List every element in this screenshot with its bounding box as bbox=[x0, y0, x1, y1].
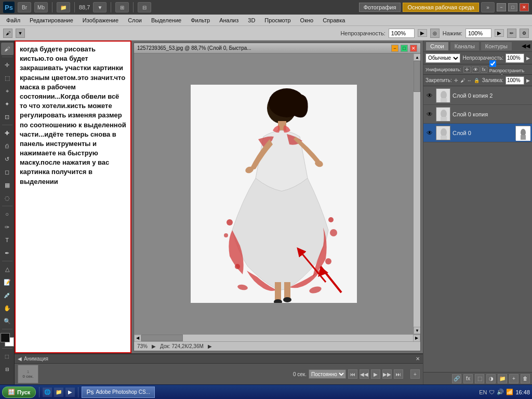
menu-view[interactable]: Просмотр bbox=[260, 16, 295, 24]
tool-eraser[interactable]: ◻ bbox=[1, 166, 14, 178]
tool-gradient[interactable]: ▦ bbox=[1, 179, 14, 191]
link-layers-btn[interactable]: 🔗 bbox=[452, 374, 461, 383]
tool-eyedropper[interactable]: 💉 bbox=[1, 289, 14, 301]
fill-arrow[interactable]: ▶ bbox=[526, 78, 530, 83]
blend-mode-select[interactable]: Обычные bbox=[425, 54, 460, 63]
minibr-icon[interactable]: Mb bbox=[34, 2, 48, 12]
extra-icon[interactable]: ⊟ bbox=[138, 2, 151, 12]
layer-item-0[interactable]: 👁 Слой 0 bbox=[423, 124, 532, 142]
pressure-arrow[interactable]: ▶ bbox=[495, 29, 504, 37]
tool-path[interactable]: ✑ bbox=[1, 221, 14, 233]
anim-last-btn[interactable]: ⏭ bbox=[394, 369, 403, 379]
tool-shape[interactable]: △ bbox=[1, 263, 14, 275]
volume-icon[interactable]: 🔊 bbox=[497, 389, 504, 395]
brush-preset-icon[interactable]: ▼ bbox=[16, 29, 25, 38]
menu-analysis[interactable]: Анализ bbox=[215, 16, 243, 24]
workspace-main-btn[interactable]: Основная рабочая среда bbox=[403, 3, 479, 12]
pressure-input[interactable] bbox=[466, 29, 491, 38]
layer-eye-copy2[interactable]: 👁 bbox=[425, 91, 434, 100]
menu-layers[interactable]: Слои bbox=[124, 16, 146, 24]
unify-position[interactable]: ✛ bbox=[463, 66, 471, 73]
scroll-thumb-h[interactable] bbox=[141, 335, 183, 341]
taskbar-media-icon[interactable]: ▶ bbox=[65, 388, 75, 397]
doc-close-btn[interactable]: ✕ bbox=[410, 45, 417, 52]
extra-opt-icon[interactable]: ⚙ bbox=[520, 29, 529, 38]
add-group-btn[interactable]: 📁 bbox=[498, 374, 507, 383]
minimize-btn[interactable]: − bbox=[497, 3, 506, 11]
layer-eye-copy1[interactable]: 👁 bbox=[425, 110, 434, 118]
tool-quickmask[interactable]: ⬚ bbox=[1, 350, 14, 363]
tool-stamp[interactable]: ⎙ bbox=[1, 140, 14, 152]
unify-vis[interactable]: 👁 bbox=[472, 66, 480, 73]
doc-restore-btn[interactable]: □ bbox=[401, 45, 408, 52]
close-btn[interactable]: ✕ bbox=[520, 3, 529, 11]
doc-minimize-btn[interactable]: − bbox=[391, 45, 398, 52]
add-adjustment-btn[interactable]: ◑ bbox=[486, 374, 496, 383]
opacity-arrow[interactable]: ▶ bbox=[418, 29, 427, 37]
anim-next-btn[interactable]: ▶▶ bbox=[382, 369, 392, 379]
lock-paint-btn[interactable]: 🖌 bbox=[460, 78, 465, 83]
layer-mask-0[interactable] bbox=[515, 126, 530, 140]
tool-zoom[interactable]: 🔍 bbox=[1, 315, 14, 327]
tool-pen[interactable]: ✒ bbox=[1, 247, 14, 259]
layer-item-copy2[interactable]: 👁 Слой 0 копия 2 bbox=[423, 86, 532, 105]
anim-prev-btn[interactable]: ◀◀ bbox=[360, 369, 369, 379]
tab-paths[interactable]: Контуры bbox=[481, 42, 512, 51]
fill-input[interactable] bbox=[506, 76, 524, 85]
lock-move-btn[interactable]: ↔ bbox=[467, 78, 472, 83]
anim-close[interactable]: ✕ bbox=[416, 356, 420, 362]
restore-btn[interactable]: □ bbox=[508, 3, 517, 11]
zoom-dropdown[interactable]: ▼ bbox=[93, 2, 107, 12]
arrange-icon[interactable]: ⊞ bbox=[115, 2, 129, 12]
opacity-input[interactable] bbox=[389, 29, 415, 38]
tab-layers[interactable]: Слои bbox=[425, 42, 449, 51]
tool-crop[interactable]: ⊡ bbox=[1, 111, 14, 123]
scroll-thumb[interactable] bbox=[414, 61, 420, 92]
layer-item-copy1[interactable]: 👁 Слой 0 копия bbox=[423, 105, 532, 124]
tool-move[interactable]: ✛ bbox=[1, 59, 14, 71]
menu-help[interactable]: Справка bbox=[318, 16, 349, 24]
doc-canvas[interactable] bbox=[134, 54, 413, 334]
unify-style[interactable]: fx bbox=[481, 66, 487, 73]
opacity-arrow[interactable]: ▶ bbox=[526, 56, 530, 61]
anim-first-btn[interactable]: ⏮ bbox=[348, 369, 357, 379]
brush-tool-icon[interactable]: 🖌 bbox=[3, 29, 12, 38]
file-browser-icon[interactable]: 📁 bbox=[57, 2, 70, 12]
doc-status-arrow[interactable]: ▶ bbox=[208, 343, 212, 349]
panel-collapse[interactable]: ◀◀ bbox=[522, 43, 530, 49]
start-button[interactable]: 🪟 Пуск bbox=[2, 387, 36, 398]
anim-add-btn[interactable]: + bbox=[410, 369, 420, 379]
add-mask-btn[interactable]: ⬚ bbox=[475, 374, 484, 383]
tool-dodge[interactable]: ○ bbox=[1, 208, 14, 220]
tool-history[interactable]: ↺ bbox=[1, 153, 14, 165]
tool-lasso[interactable]: ⌖ bbox=[1, 85, 14, 97]
tool-wand[interactable]: ✦ bbox=[1, 98, 14, 110]
foreground-color[interactable] bbox=[1, 333, 10, 342]
delete-layer-btn[interactable]: 🗑 bbox=[521, 374, 530, 383]
menu-image[interactable]: Изображение bbox=[78, 16, 123, 24]
workspace-photo-btn[interactable]: Фотография bbox=[359, 3, 401, 12]
tool-text[interactable]: T bbox=[1, 234, 14, 246]
lock-pos-btn[interactable]: ✛ bbox=[454, 78, 458, 83]
tool-blur[interactable]: ◌ bbox=[1, 192, 14, 204]
menu-file[interactable]: Файл bbox=[2, 16, 24, 24]
stylus-icon[interactable]: ✏ bbox=[507, 29, 516, 38]
tool-hand[interactable]: ✋ bbox=[1, 302, 14, 314]
workspace-more[interactable]: » bbox=[481, 2, 495, 12]
anim-frame-1[interactable]: 1 0 сек. bbox=[18, 365, 38, 383]
add-style-btn[interactable]: fx bbox=[463, 374, 473, 383]
tool-screenmode[interactable]: ⊟ bbox=[1, 363, 14, 376]
lang-indicator[interactable]: EN bbox=[479, 389, 487, 395]
tool-brush[interactable]: 🖌 bbox=[1, 43, 14, 55]
menu-select[interactable]: Выделение bbox=[147, 16, 185, 24]
menu-window[interactable]: Окно bbox=[296, 16, 318, 24]
tool-marquee[interactable]: ⬚ bbox=[1, 72, 14, 84]
lock-all-btn[interactable]: 🔒 bbox=[474, 78, 480, 83]
layer-eye-0[interactable]: 👁 bbox=[425, 129, 434, 137]
anim-loop-select[interactable]: Постоянно bbox=[309, 369, 346, 379]
tab-channels[interactable]: Каналы bbox=[450, 42, 480, 51]
scroll-down-btn[interactable]: ▼ bbox=[414, 327, 420, 334]
menu-filter[interactable]: Фильтр bbox=[187, 16, 214, 24]
tool-note[interactable]: 📝 bbox=[1, 276, 14, 288]
scroll-right-btn[interactable]: ▶ bbox=[413, 335, 420, 342]
